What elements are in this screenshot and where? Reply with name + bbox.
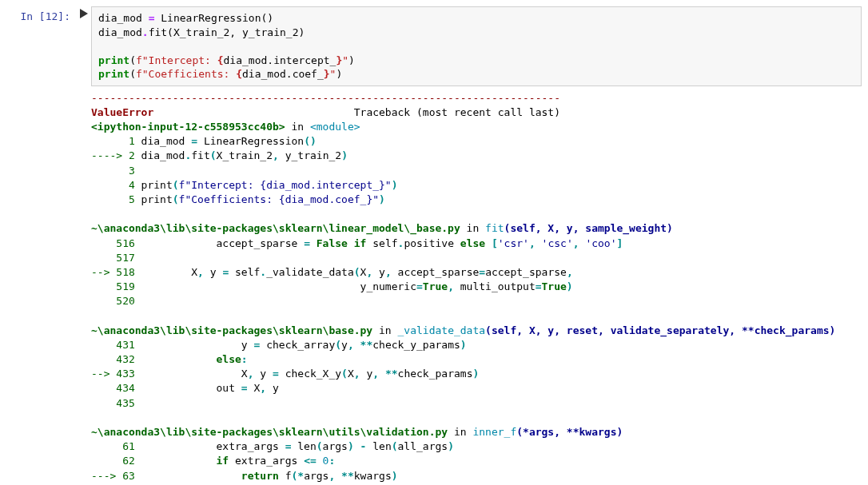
run-cell-button[interactable]	[77, 6, 91, 86]
svg-marker-0	[80, 9, 88, 18]
cell-output: ----------------------------------------…	[6, 91, 862, 485]
tb-frame-3-file: ~\anaconda3\lib\site-packages\sklearn\ut…	[91, 426, 448, 438]
tb-frame-1-file: ~\anaconda3\lib\site-packages\sklearn\li…	[91, 222, 460, 234]
tb-frame-2-file: ~\anaconda3\lib\site-packages\sklearn\ba…	[91, 324, 372, 336]
jupyter-code-cell: In [12]: dia_mod = LinearRegression() di…	[6, 6, 862, 86]
code-editor[interactable]: dia_mod = LinearRegression() dia_mod.fit…	[91, 6, 862, 86]
code-line-5: print(f"Coefficients: {dia_mod.coef_}")	[98, 68, 342, 80]
code-line-2: dia_mod.fit(X_train_2, y_train_2)	[98, 26, 305, 38]
tb-frame-0-file: <ipython-input-12-c558953cc40b>	[91, 121, 285, 133]
output-prompt-spacer	[6, 91, 91, 485]
code-line-4: print(f"Intercept: {dia_mod.intercept_}"…	[98, 54, 355, 66]
play-icon	[80, 9, 88, 21]
tb-recent: Traceback (most recent call last)	[153, 106, 560, 118]
traceback-output: ----------------------------------------…	[91, 91, 862, 485]
error-name: ValueError	[91, 106, 153, 118]
code-line-1: dia_mod = LinearRegression()	[98, 12, 273, 24]
input-prompt: In [12]:	[6, 6, 77, 86]
tb-separator: ----------------------------------------…	[91, 92, 560, 104]
